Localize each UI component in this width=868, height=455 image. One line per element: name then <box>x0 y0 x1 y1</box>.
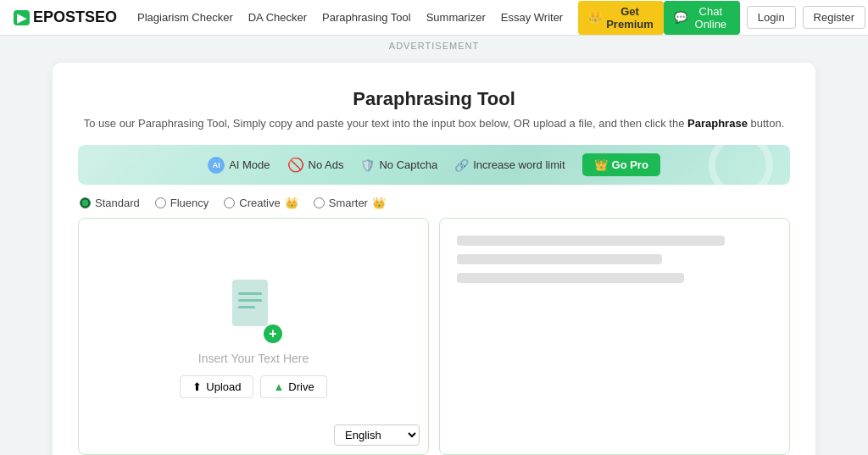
noads-icon: 🚫 <box>287 157 304 173</box>
register-button[interactable]: Register <box>803 6 865 29</box>
svg-rect-3 <box>238 306 255 308</box>
upload-icon: ⬆ <box>192 380 202 393</box>
crown-smarter-icon: 👑 <box>372 197 386 209</box>
upload-buttons: ⬆ Upload ▲ Drive <box>180 375 326 398</box>
chat-icon: 💬 <box>674 11 687 24</box>
nav-essay-writer[interactable]: Essay Writer <box>501 11 563 24</box>
text-areas: + Insert Your Text Here ⬆ Upload ▲ Drive… <box>78 218 790 455</box>
svg-rect-0 <box>232 280 268 326</box>
radio-smarter[interactable] <box>314 197 325 208</box>
ai-mode-feature: AI AI Mode <box>208 157 270 174</box>
nocaptcha-icon: 🛡️ <box>360 158 375 172</box>
skeleton-line-3 <box>457 273 684 283</box>
crown-icon: 👑 <box>588 11 602 24</box>
ai-icon: AI <box>208 157 225 174</box>
crown-gopro-icon: 👑 <box>594 158 608 171</box>
nav-paraphrasing-tool[interactable]: Paraphrasing Tool <box>322 11 411 24</box>
login-button[interactable]: Login <box>747 6 796 29</box>
svg-rect-2 <box>238 299 262 302</box>
drive-button[interactable]: ▲ Drive <box>260 375 326 398</box>
input-panel[interactable]: + Insert Your Text Here ⬆ Upload ▲ Drive… <box>78 218 429 455</box>
mode-standard[interactable]: Standard <box>80 197 140 209</box>
crown-creative-icon: 👑 <box>285 197 298 209</box>
go-pro-button[interactable]: 👑 Go Pro <box>582 153 660 176</box>
radio-standard[interactable] <box>80 197 91 208</box>
nav-links: Plagiarism Checker DA Checker Paraphrasi… <box>137 1 664 35</box>
chat-online-button[interactable]: 💬 Chat Online <box>664 1 740 35</box>
drive-icon: ▲ <box>273 380 284 393</box>
language-select[interactable]: English Spanish French German Italian <box>334 424 420 446</box>
page-title: Paraphrasing Tool <box>78 88 790 110</box>
nav-summarizer[interactable]: Summarizer <box>426 11 486 24</box>
main-content: Paraphrasing Tool To use our Paraphrasin… <box>53 63 815 455</box>
logo-icon: ▶ <box>14 10 30 25</box>
upload-button[interactable]: ⬆ Upload <box>180 375 253 398</box>
mode-fluency[interactable]: Fluency <box>155 197 209 209</box>
mode-selection: Standard Fluency Creative 👑 Smarter 👑 <box>78 197 790 209</box>
site-logo[interactable]: ▶ EPOSTSEO <box>14 8 117 26</box>
no-captcha-feature: 🛡️ No Captcha <box>360 158 437 172</box>
radio-creative[interactable] <box>224 197 235 208</box>
no-ads-feature: 🚫 No Ads <box>287 157 344 173</box>
mode-creative[interactable]: Creative 👑 <box>224 197 298 209</box>
language-selector-wrap[interactable]: English Spanish French German Italian <box>334 424 420 446</box>
plus-circle-icon: + <box>264 325 282 343</box>
svg-rect-1 <box>238 292 262 295</box>
upload-icon-wrap: + <box>228 275 279 343</box>
skeleton-line-2 <box>457 254 662 264</box>
features-bar: AI AI Mode 🚫 No Ads 🛡️ No Captcha 🔗 Incr… <box>78 145 790 185</box>
radio-fluency[interactable] <box>155 197 166 208</box>
skeleton-line-1 <box>457 236 725 246</box>
nav-plagiarism-checker[interactable]: Plagiarism Checker <box>137 11 233 24</box>
output-panel <box>439 218 790 455</box>
logo-text: EPOSTSEO <box>33 8 117 26</box>
get-premium-button[interactable]: 👑 Get Premium <box>578 1 664 35</box>
tool-description: To use our Paraphrasing Tool, Simply cop… <box>78 117 790 130</box>
advertisement-bar: ADVERTISEMENT <box>0 36 868 54</box>
increase-icon: 🔗 <box>454 158 469 172</box>
navbar: ▶ EPOSTSEO Plagiarism Checker DA Checker… <box>0 0 868 36</box>
increase-word-limit-feature: 🔗 Increase word limit <box>454 158 565 172</box>
mode-smarter[interactable]: Smarter 👑 <box>314 197 386 209</box>
navbar-right: 💬 Chat Online Login Register ≡ <box>664 1 868 35</box>
insert-text-label: Insert Your Text Here <box>198 352 309 365</box>
nav-da-checker[interactable]: DA Checker <box>248 11 307 24</box>
